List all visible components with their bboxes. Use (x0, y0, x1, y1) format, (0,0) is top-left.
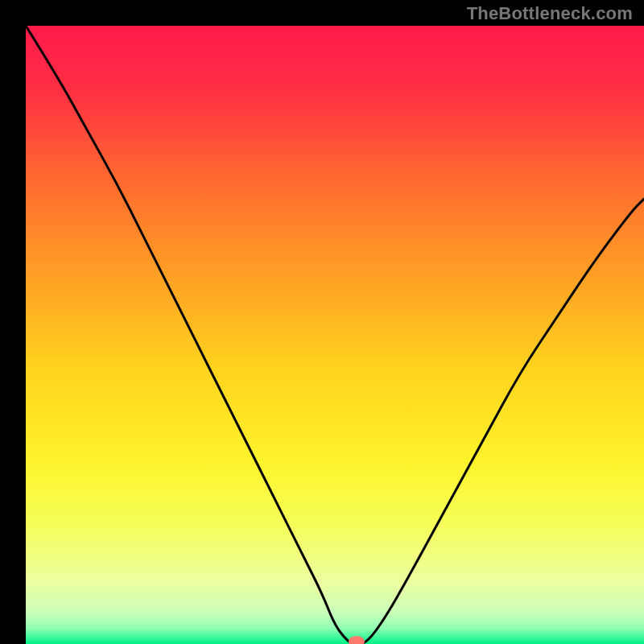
watermark-text: TheBottleneck.com (467, 3, 633, 24)
chart-frame: TheBottleneck.com (0, 0, 644, 644)
plot-area (26, 26, 644, 644)
chart-svg (26, 26, 644, 644)
chart-background (26, 26, 644, 644)
